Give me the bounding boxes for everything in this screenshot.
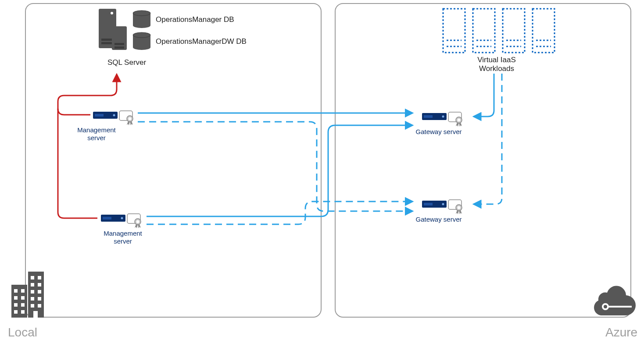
virtual-iaas-workloads <box>443 9 555 53</box>
svg-point-32 <box>133 23 150 28</box>
rack-server-icon <box>101 215 125 222</box>
svg-rect-15 <box>38 290 41 293</box>
certificate-icon <box>119 111 133 125</box>
svg-rect-12 <box>31 283 34 286</box>
svg-rect-11 <box>38 276 41 279</box>
vm-icon <box>503 9 525 53</box>
connector-mgmt1-gw2-dashed <box>138 122 412 211</box>
sql-server-group <box>99 9 150 50</box>
svg-rect-3 <box>21 289 25 293</box>
svg-rect-0 <box>11 285 27 318</box>
architecture-diagram: Local Azure <box>0 0 644 343</box>
connector-mgmt2-gw2-dashed <box>147 202 412 224</box>
svg-point-24 <box>111 12 113 14</box>
sql-caption: SQL Server <box>107 58 147 67</box>
gateway-server-1 <box>422 112 462 127</box>
gateway-server-2 <box>422 200 462 214</box>
building-icon <box>11 272 44 318</box>
cloud-icon <box>594 286 636 315</box>
rack-server-icon <box>93 112 118 119</box>
svg-rect-4 <box>14 296 18 300</box>
rack-server-icon <box>422 113 447 120</box>
svg-rect-20 <box>33 311 38 318</box>
mgmt1-label-l1: Management <box>77 126 116 134</box>
certificate-icon <box>127 214 141 228</box>
db1-label: OperationsManager DB <box>156 15 234 24</box>
vms-label-l1: Virtual IaaS <box>477 56 516 64</box>
gw2-label: Gateway server <box>415 216 462 223</box>
svg-rect-6 <box>14 303 18 307</box>
svg-rect-10 <box>31 276 34 279</box>
svg-rect-26 <box>101 42 114 44</box>
mgmt1-label-l2: server <box>87 134 106 141</box>
azure-panel <box>335 4 631 317</box>
connector-red-to-sql <box>58 74 117 218</box>
certificate-icon <box>448 112 462 127</box>
certificate-icon <box>448 200 462 214</box>
connector-vms-gw1-solid <box>474 74 494 117</box>
rack-server-icon <box>422 201 447 208</box>
svg-rect-29 <box>114 46 124 49</box>
svg-rect-13 <box>38 283 41 286</box>
vm-icon <box>443 9 465 53</box>
svg-rect-18 <box>31 304 34 308</box>
svg-rect-14 <box>31 290 34 293</box>
gw1-label: Gateway server <box>415 128 462 135</box>
local-panel <box>25 4 321 317</box>
mgmt2-label-l1: Management <box>104 230 142 237</box>
svg-point-36 <box>133 45 150 50</box>
local-label: Local <box>8 325 37 339</box>
svg-rect-19 <box>38 304 41 308</box>
svg-rect-9 <box>21 310 25 314</box>
vm-icon <box>473 9 495 53</box>
mgmt2-label-l2: server <box>114 237 132 245</box>
svg-rect-16 <box>31 297 34 301</box>
svg-rect-27 <box>112 26 127 50</box>
vms-label-l2: Workloads <box>479 64 514 73</box>
management-server-1 <box>93 111 133 125</box>
svg-rect-25 <box>101 39 114 41</box>
svg-rect-28 <box>114 43 124 45</box>
svg-rect-2 <box>14 289 18 293</box>
connector-red-branch <box>58 109 90 115</box>
svg-rect-17 <box>38 297 41 301</box>
svg-rect-5 <box>21 296 25 300</box>
vm-icon <box>533 9 555 53</box>
management-server-2 <box>101 214 141 228</box>
db2-label: OperationsManagerDW DB <box>156 37 247 46</box>
azure-label: Azure <box>605 325 637 339</box>
svg-rect-1 <box>28 272 44 318</box>
connector-vms-gw2-dashed <box>474 74 502 204</box>
connector-mgmt2-gw1-solid <box>147 125 412 216</box>
svg-rect-7 <box>21 303 25 307</box>
svg-rect-8 <box>14 310 18 314</box>
